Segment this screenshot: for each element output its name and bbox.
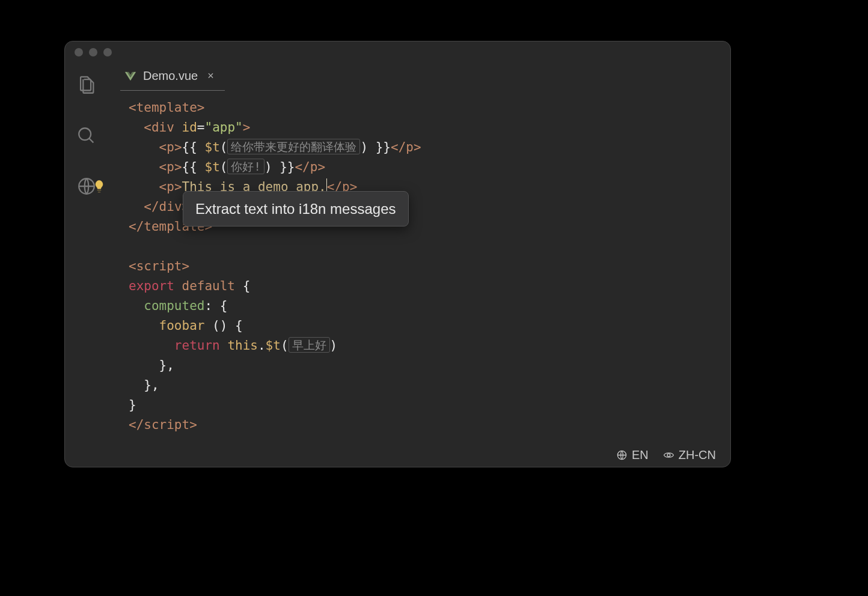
template-open-tag: template (136, 100, 197, 115)
eye-icon (663, 449, 674, 461)
explorer-icon[interactable] (76, 75, 97, 96)
tab-filename: Demo.vue (143, 69, 198, 83)
titlebar (65, 41, 730, 63)
tab-close-icon[interactable]: × (207, 70, 214, 82)
svg-point-4 (667, 454, 670, 457)
maximize-window-button[interactable] (103, 48, 112, 56)
lightbulb-icon[interactable] (91, 178, 107, 194)
tab-demo-vue[interactable]: Demo.vue × (120, 63, 225, 91)
i18n-hint-2[interactable]: 你好! (227, 159, 264, 174)
editor-body: Demo.vue × <template> <div id="app"> <p>… (65, 63, 730, 467)
code-editor[interactable]: <template> <div id="app"> <p>{{ $t(给你带来更… (108, 91, 730, 443)
close-window-button[interactable] (75, 48, 83, 56)
tab-bar: Demo.vue × (108, 63, 730, 91)
div-open-tag: div (151, 120, 174, 135)
editor-window: Demo.vue × <template> <div id="app"> <p>… (64, 41, 731, 467)
activity-bar (65, 63, 108, 467)
minimize-window-button[interactable] (89, 48, 97, 56)
svg-point-0 (79, 128, 91, 140)
script-open-tag: script (136, 259, 182, 273)
globe-small-icon (616, 449, 628, 461)
display-lang-label: ZH-CN (679, 448, 716, 462)
status-bar: EN ZH-CN (108, 443, 730, 467)
vue-file-icon (124, 70, 137, 83)
status-source-locale[interactable]: EN (616, 448, 649, 462)
source-lang-label: EN (632, 448, 649, 462)
i18n-hint-3[interactable]: 早上好 (289, 337, 330, 353)
main-area: Demo.vue × <template> <div id="app"> <p>… (108, 63, 730, 467)
i18n-hint-1[interactable]: 给你带来更好的翻译体验 (227, 139, 360, 154)
quickfix-menu-item[interactable]: Extract text into i18n messages (183, 191, 409, 227)
search-icon[interactable] (76, 126, 97, 146)
svg-line-1 (89, 138, 93, 142)
status-display-locale[interactable]: ZH-CN (663, 448, 716, 462)
